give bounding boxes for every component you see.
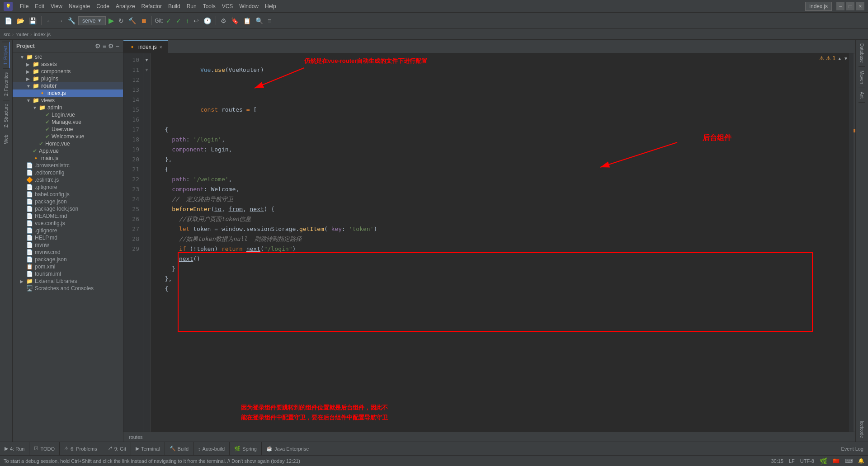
bottom-tab-javaenterprise[interactable]: ☕ Java Enterprise	[262, 442, 313, 456]
tree-item-tourismiml[interactable]: 📄 tourism.iml	[13, 270, 123, 278]
maximize-button[interactable]: □	[846, 2, 854, 10]
tree-item-packagejson[interactable]: 📄 package.json	[13, 198, 123, 205]
breadcrumb-file[interactable]: index.js	[34, 32, 51, 37]
forward-button[interactable]: →	[55, 16, 65, 25]
git-history-button[interactable]: 🕐	[202, 16, 213, 25]
menu-refactor[interactable]: Refactor	[139, 2, 165, 10]
fold-12[interactable]: ▼	[143, 55, 150, 65]
back-button[interactable]: ←	[44, 16, 54, 25]
tree-item-home[interactable]: ✔ Home.vue	[13, 140, 123, 147]
menu-navigate[interactable]: Navigate	[66, 2, 93, 10]
tree-item-pomxml[interactable]: 📋 pom.xml	[13, 263, 123, 270]
bottom-tab-eventlog[interactable]: Event Log	[836, 442, 868, 456]
tree-item-src[interactable]: ▼ 📁 src	[13, 53, 123, 61]
tree-item-user[interactable]: ✔ User.vue	[13, 126, 123, 133]
sidebar-item-database[interactable]: Database	[859, 40, 865, 67]
bottom-tab-run[interactable]: ▶ 4: Run	[0, 442, 29, 456]
menu-run[interactable]: Run	[184, 2, 199, 10]
sidebar-item-project[interactable]: 1: Project	[2, 42, 10, 68]
tree-item-babel[interactable]: 📄 babel.config.js	[13, 191, 123, 198]
code-content[interactable]: Vue.use(VueRouter)	[151, 53, 849, 432]
reload-button[interactable]: ↻	[117, 16, 126, 25]
tab-close-indexjs[interactable]: ×	[160, 45, 162, 50]
sidebar-item-favorites[interactable]: 2: Favorites	[3, 68, 9, 99]
tree-item-login[interactable]: ✔ Login.vue	[13, 111, 123, 118]
bottom-tab-git[interactable]: ⎇ 9: Git	[102, 442, 131, 456]
tree-item-indexjs[interactable]: 🔸 index.js	[13, 89, 123, 97]
bottom-tab-autobuild[interactable]: ↕ Auto-build	[193, 442, 230, 456]
tree-item-router[interactable]: ▼ 📁 router	[13, 82, 123, 89]
git-check2-button[interactable]: ✓	[174, 16, 183, 25]
tree-item-mvnw[interactable]: 📄 mvnw	[13, 241, 123, 249]
tree-item-extlibs[interactable]: ▶ 📁 External Libraries	[13, 278, 123, 285]
menu-build[interactable]: Build	[165, 2, 183, 10]
tree-item-components[interactable]: ▶ 📁 components	[13, 68, 123, 75]
bottom-tab-spring[interactable]: 🌿 Spring	[230, 442, 262, 456]
menu-vcs[interactable]: VCS	[219, 2, 236, 10]
project-close-button[interactable]: −	[116, 42, 119, 50]
search-button[interactable]: 🔍	[254, 16, 265, 25]
settings-button[interactable]: ⚙	[219, 16, 228, 25]
error-scrollbar[interactable]	[849, 53, 855, 432]
menu-view[interactable]: View	[48, 2, 65, 10]
tab-indexjs[interactable]: 🔸 index.js ×	[123, 40, 168, 53]
toolbar-more-button[interactable]: ≡	[266, 16, 273, 25]
help-info-button[interactable]: 📋	[241, 16, 253, 25]
menu-help[interactable]: Help	[262, 2, 279, 10]
sidebar-item-maven[interactable]: Maven	[859, 67, 865, 88]
bottom-tab-todo[interactable]: ☑ TODO	[29, 442, 60, 456]
tree-item-assets[interactable]: ▶ 📁 assets	[13, 61, 123, 68]
project-sync-button[interactable]: ⚙	[95, 42, 101, 50]
tree-item-browserslistrc[interactable]: 📄 .browserslistrc	[13, 162, 123, 169]
project-collapse-button[interactable]: ≡	[103, 42, 106, 50]
tree-item-vueconfig[interactable]: 📄 vue.config.js	[13, 220, 123, 227]
sidebar-item-leetcode[interactable]: leetcode	[859, 417, 865, 442]
tree-item-appvue[interactable]: ✔ App.vue	[13, 147, 123, 155]
tree-item-mvnwcmd[interactable]: 📄 mvnw.cmd	[13, 249, 123, 256]
status-lf[interactable]: LF	[789, 458, 795, 464]
stop-button[interactable]: ⏹	[139, 16, 149, 25]
save-button[interactable]: 💾	[27, 16, 38, 25]
git-push-button[interactable]: ↑	[184, 16, 191, 25]
tree-item-welcome[interactable]: ✔ Welcome.vue	[13, 133, 123, 140]
tree-item-packagejson2[interactable]: 📄 package.json	[13, 256, 123, 263]
tree-item-helpmd[interactable]: 📄 HELP.md	[13, 234, 123, 241]
breadcrumb-router[interactable]: router	[15, 32, 28, 37]
tree-item-packagelockjson[interactable]: 📄 package-lock.json	[13, 205, 123, 212]
tree-item-editorconfig[interactable]: 📄 .editorconfig	[13, 169, 123, 176]
tree-item-manage[interactable]: ✔ Manage.vue	[13, 118, 123, 126]
open-button[interactable]: 📂	[15, 16, 26, 25]
run-config-button[interactable]: 🔧	[66, 16, 77, 25]
tree-item-eslintrc[interactable]: 🔶 .eslintrc.js	[13, 176, 123, 184]
new-file-button[interactable]: 📄	[3, 16, 14, 25]
menu-tools[interactable]: Tools	[200, 2, 218, 10]
bookmark-button[interactable]: 🔖	[229, 16, 241, 25]
tree-item-admin[interactable]: ▼ 📁 admin	[13, 104, 123, 111]
serve-dropdown[interactable]: serve ▼	[78, 16, 106, 25]
sidebar-item-ant[interactable]: Ant	[859, 88, 865, 103]
menu-edit[interactable]: Edit	[32, 2, 47, 10]
sidebar-item-structure[interactable]: Z: Structure	[3, 100, 9, 131]
menu-window[interactable]: Window	[236, 2, 261, 10]
git-check-button[interactable]: ✓	[164, 16, 173, 25]
bottom-tab-problems[interactable]: ⚠ 6: Problems	[60, 442, 102, 456]
build-btn[interactable]: 🔨	[127, 16, 138, 25]
menu-analyze[interactable]: Analyze	[113, 2, 138, 10]
menu-file[interactable]: File	[17, 2, 31, 10]
bottom-tab-terminal[interactable]: ▶ Terminal	[131, 442, 165, 456]
git-revert-button[interactable]: ↩	[192, 16, 201, 25]
bottom-tab-build[interactable]: 🔨 Build	[165, 442, 193, 456]
tree-item-views[interactable]: ▼ 📁 views	[13, 97, 123, 104]
menu-code[interactable]: Code	[94, 2, 112, 10]
tree-item-gitignore2[interactable]: 📄 .gitignore	[13, 227, 123, 234]
breadcrumb-src[interactable]: src	[4, 32, 10, 37]
sidebar-item-web[interactable]: Web	[3, 131, 9, 147]
minimize-button[interactable]: −	[836, 2, 844, 10]
status-encoding[interactable]: UTF-8	[800, 458, 814, 464]
error-indicator[interactable]: ⚠ ⚠ 1 ▲ ▼	[819, 55, 848, 61]
tree-item-mainjs[interactable]: 🔸 main.js	[13, 155, 123, 162]
status-line-col[interactable]: 30:15	[771, 458, 783, 464]
close-button[interactable]: ×	[856, 2, 864, 10]
run-button[interactable]: ▶	[107, 15, 116, 26]
project-settings-button[interactable]: ⚙	[108, 42, 114, 50]
